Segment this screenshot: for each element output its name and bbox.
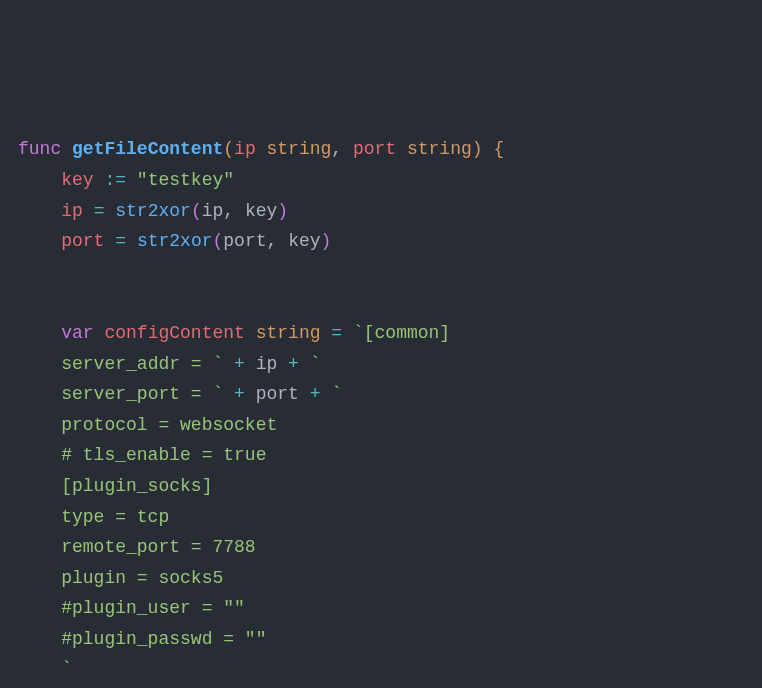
line-7: var configContent string = `[common] xyxy=(18,323,450,343)
line-16: #plugin_user = "" xyxy=(18,598,245,618)
line-8: server_addr = ` + ip + ` xyxy=(18,354,321,374)
arg-key: key xyxy=(288,231,320,251)
indent xyxy=(18,323,61,343)
line-3: ip = str2xor(ip, key) xyxy=(18,201,288,221)
line-12: [plugin_socks] xyxy=(18,476,212,496)
type-string: string xyxy=(407,139,472,159)
op-plus: + xyxy=(234,384,245,404)
indent xyxy=(18,231,61,251)
var-configcontent: configContent xyxy=(104,323,244,343)
indent xyxy=(18,170,61,190)
comma: , xyxy=(267,231,278,251)
param-ip: ip xyxy=(234,139,256,159)
lparen: ( xyxy=(213,231,224,251)
function-name: getFileContent xyxy=(72,139,223,159)
line-2: key := "testkey" xyxy=(18,170,234,190)
op-eq: = xyxy=(94,201,105,221)
lbrace: { xyxy=(493,139,504,159)
line-14: remote_port = 7788 xyxy=(18,537,256,557)
lparen: ( xyxy=(223,139,234,159)
var-port: port xyxy=(256,384,299,404)
line-18: ` xyxy=(18,659,72,679)
var-ip: ip xyxy=(256,354,278,374)
string-backtick: ` xyxy=(310,354,321,374)
op-eq: = xyxy=(331,323,342,343)
arg-port: port xyxy=(223,231,266,251)
var-ip: ip xyxy=(61,201,83,221)
rparen: ) xyxy=(321,231,332,251)
op-plus: + xyxy=(288,354,299,374)
lparen: ( xyxy=(191,201,202,221)
string-backtick: ` xyxy=(331,384,342,404)
line-15: plugin = socks5 xyxy=(18,568,223,588)
keyword-func: func xyxy=(18,139,61,159)
var-key: key xyxy=(61,170,93,190)
op-coloneq: := xyxy=(104,170,126,190)
func-str2xor: str2xor xyxy=(137,231,213,251)
op-plus: + xyxy=(310,384,321,404)
var-port: port xyxy=(61,231,104,251)
indent xyxy=(18,201,61,221)
string-server-port: server_port = ` xyxy=(61,384,223,404)
keyword-var: var xyxy=(61,323,93,343)
op-eq: = xyxy=(115,231,126,251)
rparen: ) xyxy=(472,139,483,159)
string-common: `[common] xyxy=(353,323,450,343)
code-block: func getFileContent(ip string, port stri… xyxy=(18,134,744,688)
param-port: port xyxy=(353,139,396,159)
indent xyxy=(18,384,61,404)
line-10: protocol = websocket xyxy=(18,415,277,435)
arg-key: key xyxy=(245,201,277,221)
type-string: string xyxy=(256,323,321,343)
rparen: ) xyxy=(277,201,288,221)
line-11: # tls_enable = true xyxy=(18,445,266,465)
line-13: type = tcp xyxy=(18,507,169,527)
string-server-addr: server_addr = ` xyxy=(61,354,223,374)
arg-ip: ip xyxy=(202,201,224,221)
type-string: string xyxy=(267,139,332,159)
indent xyxy=(18,354,61,374)
comma: , xyxy=(223,201,234,221)
func-str2xor: str2xor xyxy=(115,201,191,221)
line-1: func getFileContent(ip string, port stri… xyxy=(18,139,504,159)
line-9: server_port = ` + port + ` xyxy=(18,384,342,404)
string-testkey: "testkey" xyxy=(137,170,234,190)
comma: , xyxy=(331,139,342,159)
op-plus: + xyxy=(234,354,245,374)
line-17: #plugin_passwd = "" xyxy=(18,629,266,649)
line-4: port = str2xor(port, key) xyxy=(18,231,331,251)
